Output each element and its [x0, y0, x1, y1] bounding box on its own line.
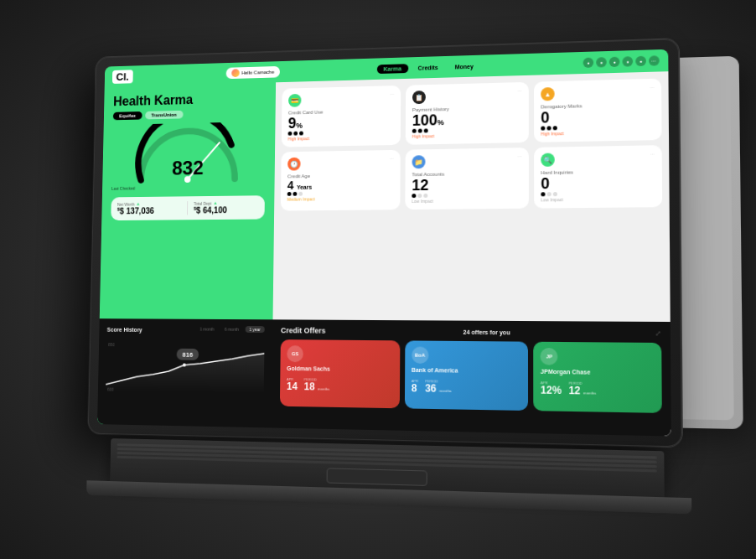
- impact-label-3: High Impact: [541, 129, 655, 137]
- jpmorgan-months-label: Period: [568, 380, 596, 386]
- metric-value-5: 12: [412, 176, 521, 193]
- chart-area: 816 600 850: [106, 339, 265, 398]
- nav-icons: ● ● ● ● ● ⋯: [583, 55, 660, 68]
- metric-card-total-accounts: 📁 ··· Total Accounts 12 L: [405, 148, 529, 210]
- jpmorgan-name: JPMorgan Chase: [541, 368, 655, 376]
- nav-icon-4[interactable]: ●: [622, 56, 633, 66]
- card-header-2: 📋 ···: [412, 88, 522, 104]
- credit-score: 832: [172, 156, 204, 179]
- jpmorgan-months-stat: Period 12 months: [568, 380, 596, 396]
- goldman-name: Goldman Sachs: [287, 365, 393, 374]
- dot-12: [298, 192, 303, 196]
- arrow-up-icon-2: [213, 200, 218, 205]
- dot-8: [546, 126, 551, 130]
- app-screen: CI. Hello Camache Karma Credits Money ● …: [97, 49, 671, 436]
- user-profile[interactable]: Hello Camache: [225, 65, 279, 78]
- filter-6month[interactable]: 6 month: [220, 325, 243, 332]
- bofa-months-label: Period: [425, 379, 452, 384]
- card-header-6: 🔍 ···: [541, 151, 655, 166]
- dot-1: [288, 132, 293, 136]
- nav-icon-5[interactable]: ●: [635, 55, 646, 66]
- metric-value-3: 0: [541, 107, 655, 125]
- nav-icon-3[interactable]: ●: [609, 56, 620, 66]
- filter-1year[interactable]: 1 year: [246, 326, 265, 333]
- dot-2: [293, 131, 298, 135]
- laptop-bezel: CI. Hello Camache Karma Credits Money ● …: [88, 39, 682, 447]
- more-options-1[interactable]: ···: [390, 91, 394, 96]
- offer-card-goldman[interactable]: GS Goldman Sachs APR 14 Period: [280, 339, 400, 408]
- dot-18: [553, 192, 557, 196]
- total-dept-item: Total Dept $$ 64,100: [194, 199, 258, 215]
- more-options-3[interactable]: ···: [650, 84, 654, 89]
- bottom-section: Score History 1 month 6 month 1 year: [97, 318, 671, 436]
- impact-dots-5: [412, 192, 521, 198]
- card-header-5: 📁 ···: [412, 153, 522, 168]
- bofa-apr-label: APR: [412, 379, 418, 383]
- svg-text:600: 600: [107, 387, 114, 391]
- score-history-panel: Score History 1 month 6 month 1 year: [97, 318, 272, 427]
- impact-label-6: Low Impact: [541, 196, 655, 203]
- offer-card-jpmorgan[interactable]: JP JPMorgan Chase APR 12% Period: [534, 341, 662, 412]
- financial-summary: Net Worth $$ 137,036 Total Dept: [111, 194, 265, 220]
- goldman-months-stat: Period 18 months: [304, 377, 330, 391]
- bofa-apr-stat: APR 8: [412, 379, 418, 393]
- impact-dots-4: [287, 190, 394, 195]
- dot-7: [541, 126, 545, 130]
- offer-card-bofa[interactable]: BoA Bank of America APR 8 Period: [405, 340, 529, 411]
- transunion-button[interactable]: TransUnion: [145, 110, 183, 119]
- dot-4: [412, 128, 417, 132]
- jpmorgan-apr-value: 12%: [541, 385, 562, 396]
- credit-offers-panel: Credit Offers 24 offers for you ⤢ GS: [272, 319, 671, 436]
- bofa-months-stat: Period 36 months: [425, 379, 452, 394]
- tab-karma[interactable]: Karma: [377, 63, 408, 73]
- metric-value-6: 0: [541, 174, 655, 191]
- goldman-apr-value: 14: [287, 381, 298, 391]
- metric-card-credit-age: 🕐 ··· Credit Age 4 Years: [281, 149, 401, 210]
- bofa-logo: BoA: [412, 346, 428, 363]
- equifax-button[interactable]: Equifax: [113, 111, 142, 119]
- svg-text:816: 816: [183, 350, 194, 358]
- net-worth-value: $$ 137,036: [117, 205, 181, 215]
- svg-point-3: [183, 363, 186, 366]
- more-options-6[interactable]: ···: [650, 151, 655, 156]
- dot-16: [541, 192, 545, 196]
- score-chart-svg: 816 600 850: [106, 339, 264, 395]
- card-header-3: ▲ ···: [541, 84, 655, 101]
- nav-icon-6[interactable]: ⋯: [649, 55, 660, 66]
- arrow-up-icon: [136, 201, 141, 206]
- net-worth-item: Net Worth $$ 137,036: [117, 200, 181, 215]
- dot-17: [547, 192, 551, 196]
- credit-age-icon: 🕐: [287, 157, 301, 170]
- credit-card-icon: 💳: [288, 93, 302, 106]
- dot-15: [423, 194, 427, 198]
- goldman-stats: APR 14 Period 18 months: [287, 377, 393, 393]
- more-options-4[interactable]: ···: [390, 156, 394, 161]
- bofa-months-value: 36 months: [425, 383, 452, 394]
- offers-count: 24 offers for you: [463, 329, 510, 335]
- dot-13: [412, 194, 416, 198]
- user-avatar: [231, 69, 240, 77]
- impact-label-5: Low Impact: [412, 197, 521, 203]
- expand-icon[interactable]: ⤢: [655, 329, 662, 336]
- offers-grid: GS Goldman Sachs APR 14 Period: [280, 339, 662, 413]
- metrics-grid: 💳 ··· Credit Card Use 9%: [281, 78, 662, 210]
- filter-1month[interactable]: 1 month: [196, 325, 219, 332]
- more-options-5[interactable]: ···: [518, 153, 522, 158]
- tab-money[interactable]: Money: [448, 61, 480, 71]
- nav-icon-1[interactable]: ●: [583, 57, 593, 67]
- dot-14: [417, 194, 422, 198]
- goldman-apr-stat: APR 14: [287, 377, 298, 391]
- metric-value-2: 100%: [412, 111, 522, 128]
- metric-card-credit-card-use: 💳 ··· Credit Card Use 9%: [282, 85, 401, 147]
- tab-credits[interactable]: Credits: [412, 62, 445, 72]
- bofa-name: Bank of America: [412, 366, 521, 375]
- metric-card-hard-inquiries: 🔍 ··· Hard Inquiries 0 Lo: [534, 145, 662, 209]
- dot-11: [293, 192, 297, 196]
- app-logo: CI.: [112, 69, 133, 83]
- jpmorgan-apr-stat: APR 12%: [541, 380, 562, 396]
- derogatory-icon: ▲: [541, 87, 554, 101]
- more-options-2[interactable]: ···: [518, 88, 522, 93]
- nav-icon-2[interactable]: ●: [596, 57, 607, 67]
- metric-value-1: 9%: [288, 113, 395, 130]
- metric-title-3: Derogatory Marks: [541, 101, 655, 110]
